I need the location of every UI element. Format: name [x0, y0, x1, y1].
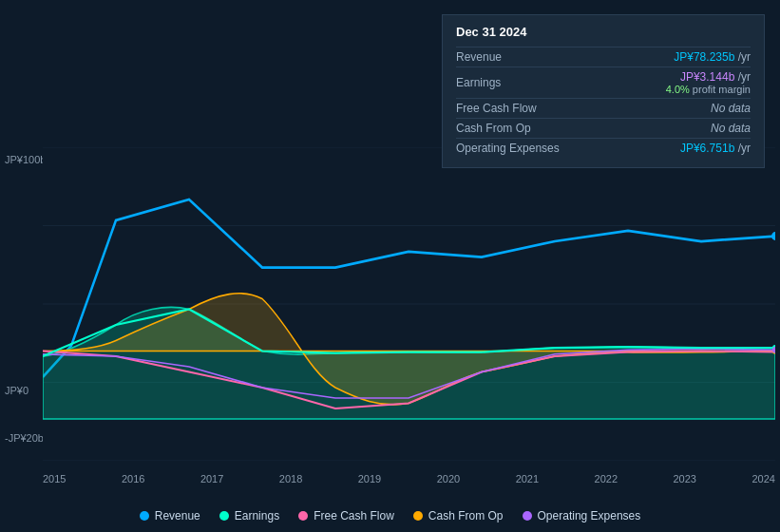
- legend-item-earnings[interactable]: Earnings: [219, 509, 279, 522]
- x-labels: 2015 2016 2017 2018 2019 2020 2021 2022 …: [43, 473, 775, 484]
- legend-item-revenue[interactable]: Revenue: [140, 509, 200, 522]
- x-label-2018: 2018: [279, 473, 302, 484]
- legend-dot-cashfromop: [413, 511, 423, 521]
- legend-label-fcf: Free Cash Flow: [314, 509, 394, 522]
- legend-dot-opex: [523, 511, 532, 521]
- tooltip-date: Dec 31 2024: [456, 25, 751, 39]
- legend-label-revenue: Revenue: [155, 509, 200, 522]
- legend-item-fcf[interactable]: Free Cash Flow: [298, 509, 394, 522]
- fcf-value: No data: [711, 102, 751, 115]
- x-label-2020: 2020: [437, 473, 460, 484]
- y-label-neg20b: -JP¥20b: [5, 432, 44, 444]
- legend-label-cashfromop: Cash From Op: [428, 509, 504, 522]
- legend-label-earnings: Earnings: [235, 509, 279, 522]
- tooltip-row-earnings: Earnings JP¥3.144b /yr 4.0% profit margi…: [456, 66, 751, 98]
- y-label-0: JP¥0: [5, 385, 29, 396]
- opex-value: JP¥6.751b /yr: [680, 142, 751, 155]
- legend-dot-earnings: [219, 511, 229, 521]
- legend-dot-revenue: [140, 511, 149, 521]
- x-label-2024: 2024: [751, 473, 774, 484]
- legend-item-opex[interactable]: Operating Expenses: [523, 509, 641, 522]
- legend-item-cashfromop[interactable]: Cash From Op: [413, 509, 504, 522]
- legend: Revenue Earnings Free Cash Flow Cash Fro…: [0, 509, 780, 522]
- opex-label: Operating Expenses: [456, 142, 560, 155]
- tooltip-row-fcf: Free Cash Flow No data: [456, 98, 751, 118]
- tooltip-row-revenue: Revenue JP¥78.235b /yr: [456, 47, 751, 66]
- revenue-label: Revenue: [456, 50, 502, 64]
- x-label-2016: 2016: [122, 473, 144, 484]
- chart-container: Dec 31 2024 Revenue JP¥78.235b /yr Earni…: [0, 0, 780, 532]
- cashfromop-value: No data: [711, 122, 751, 135]
- x-label-2017: 2017: [200, 473, 223, 484]
- profit-margin: 4.0% profit margin: [666, 84, 751, 95]
- tooltip-row-cashfromop: Cash From Op No data: [456, 118, 751, 138]
- cashfromop-label: Cash From Op: [456, 122, 531, 135]
- x-label-2019: 2019: [358, 473, 381, 484]
- chart-svg: [43, 147, 775, 461]
- x-label-2015: 2015: [43, 473, 66, 484]
- tooltip-box: Dec 31 2024 Revenue JP¥78.235b /yr Earni…: [442, 14, 765, 168]
- revenue-value: JP¥78.235b /yr: [674, 50, 751, 64]
- x-label-2023: 2023: [674, 473, 696, 484]
- x-label-2021: 2021: [516, 473, 539, 484]
- legend-dot-fcf: [298, 511, 308, 521]
- y-label-100b: JP¥100b: [5, 154, 46, 165]
- earnings-label: Earnings: [456, 76, 501, 89]
- tooltip-row-opex: Operating Expenses JP¥6.751b /yr: [456, 138, 751, 158]
- legend-label-opex: Operating Expenses: [538, 509, 641, 522]
- x-label-2022: 2022: [595, 473, 618, 484]
- earnings-value: JP¥3.144b /yr: [666, 70, 751, 84]
- fcf-label: Free Cash Flow: [456, 102, 537, 115]
